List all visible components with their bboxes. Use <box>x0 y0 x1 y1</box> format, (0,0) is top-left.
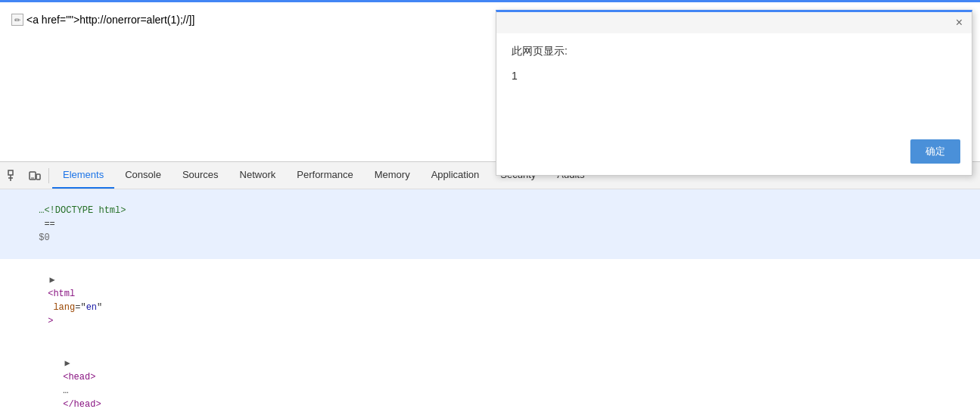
toolbar-divider <box>48 168 49 183</box>
alert-value: 1 <box>512 70 957 82</box>
alert-dialog: × 此网页显示: 1 确定 <box>496 10 972 176</box>
html-open-line[interactable]: ▶ <html lang="en" > <box>0 259 980 342</box>
broken-image-icon: ✏ <box>11 14 23 26</box>
tab-memory[interactable]: Memory <box>364 162 421 189</box>
tab-application[interactable]: Application <box>421 162 490 189</box>
expand-head-triangle[interactable]: ▶ <box>63 357 72 370</box>
tab-performance[interactable]: Performance <box>286 162 363 189</box>
tab-network[interactable]: Network <box>229 162 287 189</box>
inspect-element-button[interactable] <box>3 165 24 186</box>
doctype-line[interactable]: …<!DOCTYPE html> == $0 <box>0 189 980 259</box>
device-icon <box>29 170 41 182</box>
alert-dialog-header: × <box>496 12 972 33</box>
alert-close-button[interactable]: × <box>953 15 966 30</box>
tab-console[interactable]: Console <box>114 162 172 189</box>
tab-elements[interactable]: Elements <box>52 162 114 189</box>
elements-panel[interactable]: …<!DOCTYPE html> == $0 ▶ <html lang="en"… <box>0 189 980 409</box>
tab-sources[interactable]: Sources <box>172 162 229 189</box>
alert-dialog-footer: 确定 <box>496 132 972 175</box>
inspect-icon <box>8 170 20 182</box>
device-toolbar-button[interactable] <box>24 165 45 186</box>
alert-dialog-body: 此网页显示: 1 <box>496 33 972 132</box>
svg-rect-4 <box>36 174 40 180</box>
page-content: ✏ <a href="">http://onerror=alert(1);//]… <box>0 2 980 161</box>
alert-confirm-button[interactable]: 确定 <box>910 139 960 164</box>
link-display-text: <a href="">http://onerror=alert(1);//]] <box>26 14 194 26</box>
head-line[interactable]: ▶ <head> … </head> <box>0 342 980 409</box>
expand-triangle[interactable]: ▶ <box>48 273 57 287</box>
devtools-panel: Elements Console Sources Network Perform… <box>0 161 980 409</box>
svg-rect-0 <box>8 170 13 175</box>
alert-title: 此网页显示: <box>512 45 957 58</box>
